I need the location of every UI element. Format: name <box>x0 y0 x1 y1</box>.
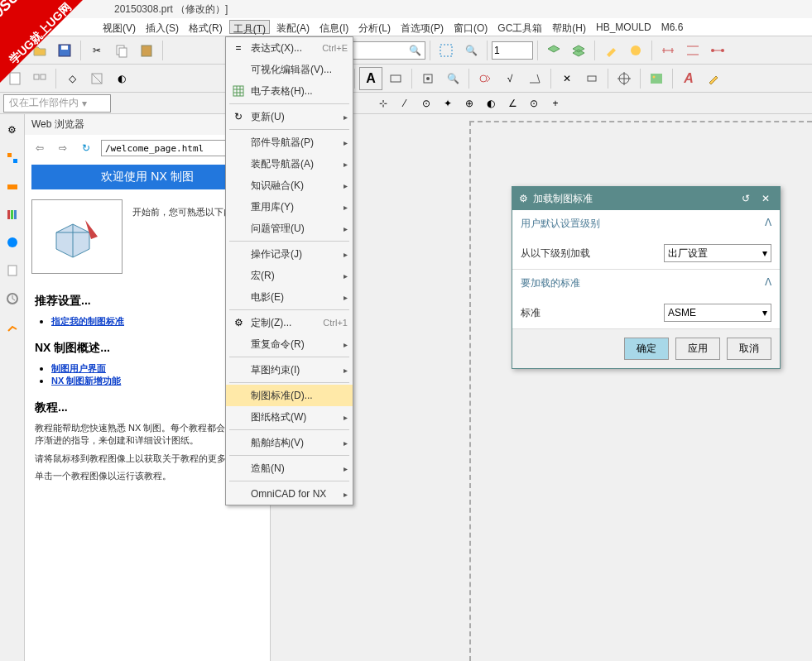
apply-button[interactable]: 应用 <box>675 338 720 360</box>
menu-item-2[interactable]: 电子表格(H)... <box>226 80 353 102</box>
save-icon[interactable] <box>53 39 76 62</box>
dim3-icon[interactable] <box>706 39 729 62</box>
link-ui[interactable]: 制图用户界面 <box>51 363 106 373</box>
img-icon[interactable] <box>645 67 668 90</box>
menu-insert[interactable]: 插入(S) <box>142 20 182 34</box>
menu-m66[interactable]: M6.6 <box>658 20 687 34</box>
target-icon[interactable] <box>416 67 440 90</box>
menu-hb[interactable]: HB_MOULD <box>593 20 655 34</box>
menu-item-14[interactable]: 电影(E)▸ <box>226 286 353 308</box>
menu-help[interactable]: 帮助(H) <box>549 20 589 34</box>
close-icon[interactable]: ✕ <box>758 191 773 206</box>
copy-icon[interactable] <box>110 39 133 62</box>
snap2-icon[interactable]: ∕ <box>396 94 414 113</box>
menu-item-9[interactable]: 重用库(Y)▸ <box>226 196 353 218</box>
layer1-icon[interactable] <box>542 39 565 62</box>
link-new-features[interactable]: NX 制图新增功能 <box>51 376 121 386</box>
menu-item-19[interactable]: 草图约束(I)▸ <box>226 359 353 381</box>
sidebar-history-icon[interactable] <box>3 290 22 308</box>
paste-icon[interactable] <box>135 39 158 62</box>
menu-item-1[interactable]: 可视化编辑器(V)... <box>226 59 353 80</box>
menu-window[interactable]: 窗口(O) <box>450 20 491 34</box>
menu-item-10[interactable]: 问题管理(U)▸ <box>226 218 353 239</box>
select-standard[interactable]: ASME▾ <box>664 304 771 322</box>
menu-assembly[interactable]: 装配(A) <box>273 20 313 34</box>
menu-item-6[interactable]: 部件导航器(P)▸ <box>226 132 353 153</box>
menu-format[interactable]: 格式(R) <box>185 20 226 34</box>
sidebar-books-icon[interactable] <box>3 205 22 223</box>
snap4-icon[interactable]: ✦ <box>439 94 457 113</box>
nav-refresh-icon[interactable]: ↻ <box>78 140 94 156</box>
menu-item-21[interactable]: 制图标准(D)... <box>226 385 353 406</box>
menu-item-28[interactable]: OmniCAD for NX▸ <box>226 483 353 505</box>
menu-item-26[interactable]: 造船(N)▸ <box>226 457 353 479</box>
view-icon[interactable] <box>28 67 51 90</box>
center-icon[interactable] <box>613 67 636 90</box>
rect-icon[interactable] <box>384 67 407 90</box>
ok-button[interactable]: 确定 <box>624 338 669 360</box>
snap1-icon[interactable]: ⊹ <box>374 94 392 113</box>
menu-analysis[interactable]: 分析(L) <box>355 20 394 34</box>
snap7-icon[interactable]: ∠ <box>503 94 521 113</box>
sidebar-gear-icon[interactable]: ⚙ <box>3 121 22 139</box>
sidebar-web-icon[interactable] <box>3 233 22 251</box>
sidebar-doc-icon[interactable] <box>3 261 22 280</box>
snap3-icon[interactable]: ⊙ <box>417 94 435 113</box>
section-icon[interactable] <box>85 67 108 90</box>
menu-item-22[interactable]: 图纸格式(W)▸ <box>226 406 353 428</box>
cut-icon[interactable]: ✂ <box>85 39 108 62</box>
snap8-icon[interactable]: ⊙ <box>525 94 543 113</box>
section-header-level[interactable]: 用户默认设置级别ᐱ <box>512 210 780 237</box>
nav-fwd-icon[interactable]: ⇨ <box>55 140 71 156</box>
menu-item-8[interactable]: 知识融合(K)▸ <box>226 175 353 196</box>
new-icon[interactable] <box>3 39 26 62</box>
tool-b-icon[interactable] <box>624 39 647 62</box>
style-A-icon[interactable]: A <box>677 67 700 90</box>
spin-value[interactable] <box>492 41 533 60</box>
tool-a-icon[interactable] <box>599 39 622 62</box>
sheet-icon[interactable] <box>3 67 26 90</box>
zoom-icon[interactable]: 🔍 <box>459 39 483 62</box>
search-icon[interactable]: 🔍 <box>409 45 421 56</box>
snap6-icon[interactable]: ◐ <box>482 94 500 113</box>
sidebar-nav1-icon[interactable] <box>3 149 22 167</box>
menu-prefs[interactable]: 首选项(P) <box>397 20 447 34</box>
select-level[interactable]: 出厂设置▾ <box>664 244 771 262</box>
detail-icon[interactable]: ◐ <box>110 67 133 90</box>
brush-icon[interactable] <box>702 67 725 90</box>
dim1-icon[interactable] <box>656 39 680 62</box>
dialog-titlebar[interactable]: ⚙ 加载制图标准 ↺ ✕ <box>512 187 780 210</box>
gd1-icon[interactable] <box>473 67 497 90</box>
menu-gc[interactable]: GC工具箱 <box>494 20 545 34</box>
menu-item-13[interactable]: 宏(R)▸ <box>226 265 353 286</box>
menu-item-24[interactable]: 船舶结构(V)▸ <box>226 432 353 453</box>
snap5-icon[interactable]: ⊕ <box>460 94 478 113</box>
layer2-icon[interactable] <box>567 39 590 62</box>
menu-view[interactable]: 视图(V) <box>99 20 139 34</box>
dim2-icon[interactable] <box>681 39 704 62</box>
fit-icon[interactable] <box>435 39 458 62</box>
menu-item-4[interactable]: ↻更新(U)▸ <box>226 106 353 127</box>
cancel-button[interactable]: 取消 <box>727 338 771 360</box>
sidebar-robot-icon[interactable] <box>3 318 22 336</box>
zoom2-icon[interactable]: 🔍 <box>441 67 464 90</box>
text-A-icon[interactable]: A <box>359 67 382 90</box>
filter-dropdown[interactable]: 仅在工作部件内▾ <box>3 94 111 113</box>
sym2-icon[interactable] <box>580 67 603 90</box>
menu-item-17[interactable]: 重复命令(R)▸ <box>226 333 353 355</box>
gd3-icon[interactable] <box>523 67 546 90</box>
snap9-icon[interactable]: + <box>546 94 565 113</box>
section-header-standard[interactable]: 要加载的标准ᐱ <box>512 270 780 297</box>
sym1-icon[interactable]: ✕ <box>555 67 579 90</box>
nav-back-icon[interactable]: ⇦ <box>31 140 48 156</box>
menu-item-7[interactable]: 装配导航器(A)▸ <box>226 153 353 175</box>
gd2-icon[interactable]: √ <box>498 67 521 90</box>
menu-item-16[interactable]: ⚙定制(Z)...Ctrl+1 <box>226 312 353 333</box>
menu-info[interactable]: 信息(I) <box>316 20 352 34</box>
menu-item-12[interactable]: 操作记录(J)▸ <box>226 243 353 265</box>
menu-tools[interactable]: 工具(T) <box>229 20 270 34</box>
sidebar-nav2-icon[interactable] <box>3 177 22 195</box>
menu-item-0[interactable]: =表达式(X)...Ctrl+E <box>226 37 353 59</box>
proj-icon[interactable]: ◇ <box>60 67 84 90</box>
open-icon[interactable] <box>28 39 51 62</box>
